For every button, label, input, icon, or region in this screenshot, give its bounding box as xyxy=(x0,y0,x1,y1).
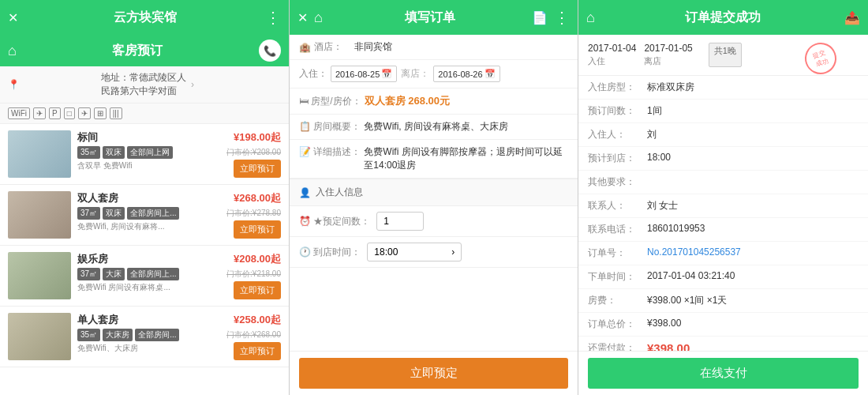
dates-row: 入住： 2016-08-25 📅 离店： 2016-08-26 📅 xyxy=(290,60,578,88)
room-detail-label: 📝 详细描述： xyxy=(299,145,361,159)
order-success-content: 提交成功 2017-01-04 入住 2017-01-05 离店 共1晚 入住房… xyxy=(578,35,868,395)
checkout-date-input[interactable]: 2016-08-26 📅 xyxy=(433,66,499,82)
nights-badge: 共1晚 xyxy=(709,43,742,67)
submit-area: 立即预定 xyxy=(290,351,578,395)
date-separator: 离店： xyxy=(401,67,429,81)
room-detail-value: 免费Wifi 房间设有脚部按摩器；退房时间可以延至14:00退房 xyxy=(364,145,568,172)
room-tag: 35㎡ xyxy=(77,146,100,159)
pay-btn-area: 在线支付 xyxy=(578,351,868,395)
p2-more-icon[interactable]: ⋮ xyxy=(554,8,570,27)
amenities-bar: WiFi ✈ P □ ✈ ⊞ ||| xyxy=(0,103,289,124)
checkout-date-item: 2017-01-05 离店 xyxy=(644,43,692,67)
submit-button[interactable]: 立即预定 xyxy=(299,358,568,389)
book-button[interactable]: 立即预订 xyxy=(234,220,281,239)
home-icon[interactable]: ⌂ xyxy=(8,43,17,59)
room-orig-price: 门市价:¥268.00 xyxy=(226,329,281,340)
room-item: 娱乐房37㎡大床全部房间上...免费Wifi 房间设有麻将桌...¥208.00… xyxy=(0,246,289,307)
p2-home-icon[interactable]: ⌂ xyxy=(314,9,323,26)
book-button[interactable]: 立即预订 xyxy=(234,160,281,178)
checkin-date-value: 2016-08-25 xyxy=(335,70,380,79)
close-icon[interactable]: ✕ xyxy=(8,10,18,25)
order-row-label: 入住人： xyxy=(588,128,647,141)
order-detail-row: 订单总价：¥398.00 xyxy=(578,313,868,337)
p3-home-icon[interactable]: ⌂ xyxy=(586,9,595,26)
room-item: 标间35㎡双床全部间上网含双早 免费Wifi¥198.00起门市价:¥208.0… xyxy=(0,124,289,185)
room-image xyxy=(8,252,71,299)
room-name: 标间 xyxy=(77,130,211,145)
room-name: 双人套房 xyxy=(77,191,211,205)
room-tag: 全部间上网 xyxy=(127,146,173,159)
checkin-date-input[interactable]: 2016-08-25 📅 xyxy=(331,66,397,82)
panel1-header: ✕ 云方块宾馆 ⋮ xyxy=(0,0,289,35)
room-tags: 35㎡双床全部间上网 xyxy=(77,146,211,159)
panel-order-success: ⌂ 订单提交成功 📤 提交成功 2017-01-04 入住 2017-01-05… xyxy=(578,0,868,395)
room-tag: 全部房间上... xyxy=(127,207,179,220)
grid-icon: ⊞ xyxy=(94,107,107,119)
tv-icon: □ xyxy=(64,107,75,119)
room-orig-price: 门市价:¥208.00 xyxy=(226,147,281,158)
hotel-label: 🏨 酒店： xyxy=(299,40,354,54)
room-summary-label: 📋 房间概要： xyxy=(299,120,361,134)
hotel-name-row: 🏨 酒店： 非同宾馆 xyxy=(290,35,578,60)
room-price: ¥208.00起 xyxy=(234,252,281,266)
panel1-title: 云方块宾馆 xyxy=(24,9,265,26)
sub-title: 客房预订 xyxy=(112,43,163,59)
room-name: 单人套房 xyxy=(77,313,211,327)
pay-button[interactable]: 在线支付 xyxy=(588,358,859,389)
rooms-label-text: ★预定间数： xyxy=(313,216,370,227)
book-button[interactable]: 立即预订 xyxy=(234,342,281,360)
order-row-value: 18601019953 xyxy=(647,223,859,236)
order-row-label: 下单时间： xyxy=(588,270,647,284)
order-detail-row: 入住房型：标准双床房 xyxy=(578,76,868,100)
clock-icon: 🕐 xyxy=(299,246,311,258)
rooms-count-row: ⏰ ★预定间数： xyxy=(290,206,578,237)
order-row-value: No.201701045256537 xyxy=(647,246,859,260)
plane-icon: ✈ xyxy=(33,107,46,119)
book-button[interactable]: 立即预订 xyxy=(234,281,281,299)
rooms-input[interactable] xyxy=(376,212,424,231)
parking-icon: P xyxy=(49,107,61,119)
order-row-label: 联系人： xyxy=(588,199,647,213)
order-row-value xyxy=(647,175,859,189)
room-item: 单人套房35㎡大床房全部房间...免费Wifi、大床房¥258.00起门市价:¥… xyxy=(0,307,289,367)
calendar1-icon: 📅 xyxy=(381,69,392,79)
room-list: 标间35㎡双床全部间上网含双早 免费Wifi¥198.00起门市价:¥208.0… xyxy=(0,124,289,395)
room-desc: 免费Wifi, 房间设有麻将... xyxy=(77,221,211,232)
chevron-down-icon: › xyxy=(451,246,455,258)
order-row-value: 18:00 xyxy=(647,152,859,165)
checkout-date-label: 2017-01-05 xyxy=(644,43,692,54)
order-rows: 入住房型：标准双床房预订间数：1间入住人：刘预计到店：18:00其他要求：联系人… xyxy=(578,76,868,360)
more-icon[interactable]: ⋮ xyxy=(265,8,281,27)
room-tag: 大床房 xyxy=(103,329,133,341)
room-name: 娱乐房 xyxy=(77,252,211,266)
shuttle-icon: ✈ xyxy=(78,107,91,119)
address-bar[interactable]: 📍 地址：常德武陵区人民路第六中学对面 › xyxy=(0,66,289,103)
room-orig-price: 门市价:¥278.80 xyxy=(226,208,281,219)
room-summary-value: 免费Wifi, 房间设有麻将桌、大床房 xyxy=(364,120,568,134)
order-row-value: 2017-01-04 03:21:40 xyxy=(647,270,859,284)
summary-icon: 📋 xyxy=(299,121,311,132)
checkin-label: 入住： xyxy=(299,67,327,81)
room-price: ¥198.00起 xyxy=(234,130,281,145)
room-tags: 35㎡大床房全部房间... xyxy=(77,329,211,341)
phone-button[interactable]: 📞 xyxy=(259,40,281,62)
p2-close-icon[interactable]: ✕ xyxy=(297,10,308,25)
order-detail-row: 入住人：刘 xyxy=(578,123,868,147)
order-row-value: ¥398.00 ×1间 ×1天 xyxy=(647,294,859,307)
room-tag: 大床 xyxy=(103,268,125,280)
order-row-label: 房费： xyxy=(588,294,647,307)
order-row-label: 订单号： xyxy=(588,246,647,260)
room-image xyxy=(8,313,71,360)
checkin-label: 入住 xyxy=(588,55,636,67)
order-form-content: 🏨 酒店： 非同宾馆 入住： 2016-08-25 📅 离店： 2016-08-… xyxy=(290,35,578,395)
arrive-time-select[interactable]: 18:00 › xyxy=(367,243,462,261)
room-desc: 含双早 免费Wifi xyxy=(77,160,211,171)
order-detail-row: 其他要求： xyxy=(578,171,868,194)
p2-doc-icon: 📄 xyxy=(532,10,548,25)
room-desc: 免费Wifi 房间设有麻将桌... xyxy=(77,282,211,293)
checkout-label: 离店 xyxy=(644,55,692,67)
arrive-label: 🕐 到店时间： xyxy=(299,246,361,259)
wifi-icon: WiFi xyxy=(8,107,30,119)
star-icon: ⏰ xyxy=(299,216,311,227)
p3-upload-icon: 📤 xyxy=(844,10,860,25)
